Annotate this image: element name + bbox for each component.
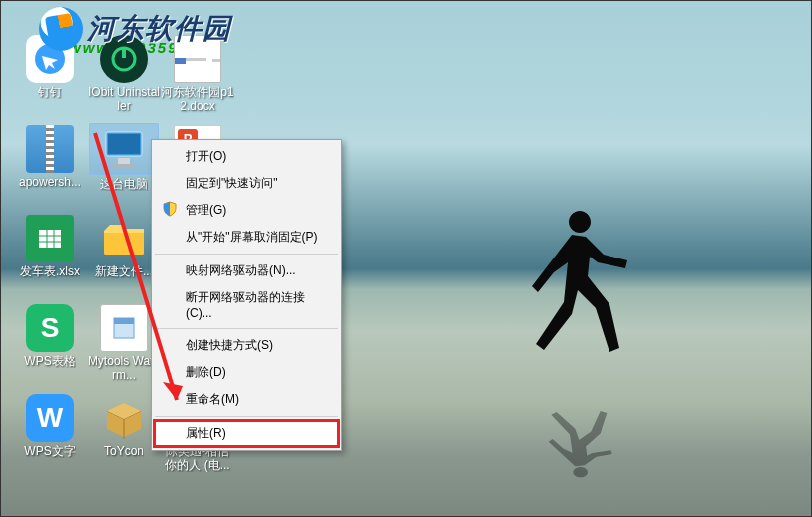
desktop-icon-xlsx[interactable]: 发车表.xlsx [13, 213, 87, 278]
desktop-icon-label: 钉钉 [38, 85, 62, 99]
menu-item-label: 属性(R) [186, 426, 226, 440]
desktop-icon-label: WPS文字 [24, 444, 75, 458]
svg-rect-4 [108, 134, 140, 154]
docx-icon [164, 33, 231, 83]
desktop-icon-iobit[interactable]: IObit Uninstaller [87, 33, 161, 113]
desktop-icon-toycon[interactable]: ToYcon [87, 392, 161, 458]
menu-separator [155, 254, 338, 255]
desktop-icon-label: 河东软件园p12.docx [161, 85, 234, 113]
menu-item[interactable]: 从"开始"屏幕取消固定(P) [154, 224, 339, 251]
menu-separator [155, 416, 338, 417]
menu-separator [155, 328, 338, 329]
mytools-icon [90, 302, 158, 352]
menu-item-label: 从"开始"屏幕取消固定(P) [186, 230, 318, 244]
desktop-icon-label: IObit Uninstaller [87, 85, 161, 113]
apowersh-icon [16, 123, 84, 173]
menu-item-label: 打开(O) [186, 149, 226, 163]
desktop-icon-label: Mytools Waterm... [87, 354, 161, 382]
svg-rect-2 [122, 48, 126, 58]
dingding-icon [16, 33, 84, 83]
menu-item-label: 固定到"快速访问" [186, 176, 278, 190]
menu-item-label: 删除(D) [186, 365, 226, 379]
menu-item[interactable]: 重命名(M) [154, 386, 339, 413]
svg-rect-13 [114, 318, 134, 324]
context-menu: 打开(O)固定到"快速访问"管理(G)从"开始"屏幕取消固定(P)映射网络驱动器… [151, 139, 342, 451]
shield-icon [162, 201, 178, 217]
wpsword-icon: W [16, 392, 84, 442]
newfolder-icon [90, 213, 158, 262]
menu-item[interactable]: 删除(D) [154, 359, 339, 386]
menu-item[interactable]: 断开网络驱动器的连接(C)... [154, 284, 339, 325]
desktop-icon-dingding[interactable]: 钉钉 [13, 33, 87, 99]
desktop-icon-mytools[interactable]: Mytools Waterm... [87, 302, 161, 382]
desktop-icon-thispc[interactable]: 这台电脑 [87, 123, 161, 191]
desktop-icon-apowersh[interactable]: apowersh... [13, 123, 87, 189]
desktop-icon-label: 发车表.xlsx [20, 264, 80, 278]
svg-rect-7 [39, 230, 61, 248]
wallpaper-runner-reflection [522, 398, 641, 482]
desktop-icon-label: 新建文件... [95, 264, 153, 278]
menu-item[interactable]: 映射网络驱动器(N)... [154, 258, 339, 284]
menu-item-label: 断开网络驱动器的连接(C)... [186, 290, 305, 320]
iobit-icon [90, 33, 158, 83]
desktop-icon-label: apowersh... [19, 175, 81, 189]
desktop-icon-docx[interactable]: 河东软件园p12.docx [161, 33, 234, 113]
wallpaper-runner [522, 201, 641, 380]
menu-item[interactable]: 打开(O) [154, 143, 339, 170]
desktop-icon-label: 这台电脑 [100, 177, 148, 191]
svg-rect-6 [112, 164, 136, 168]
desktop-icon-wpsword[interactable]: WWPS文字 [13, 392, 87, 458]
menu-item[interactable]: 属性(R) [154, 420, 339, 447]
desktop-icon-label: WPS表格 [24, 354, 75, 368]
menu-item[interactable]: 管理(G) [154, 197, 339, 224]
menu-item[interactable]: 创建快捷方式(S) [154, 332, 339, 359]
menu-item-label: 创建快捷方式(S) [186, 338, 273, 352]
desktop-icon-label: ToYcon [104, 444, 144, 458]
desktop-icon-newfolder[interactable]: 新建文件... [87, 213, 161, 278]
desktop-icon-wpssheet[interactable]: SWPS表格 [13, 302, 87, 368]
xlsx-icon [16, 213, 84, 262]
menu-item-label: 重命名(M) [186, 392, 239, 406]
thispc-icon [89, 123, 159, 175]
svg-rect-5 [118, 158, 130, 164]
menu-item-label: 管理(G) [186, 203, 226, 217]
toycon-icon [90, 392, 158, 442]
menu-item-label: 映射网络驱动器(N)... [186, 263, 296, 277]
wpssheet-icon: S [16, 302, 84, 352]
desktop[interactable]: 钉钉IObit Uninstaller河东软件园p12.docxapowersh… [1, 1, 811, 516]
menu-item[interactable]: 固定到"快速访问" [154, 170, 339, 197]
